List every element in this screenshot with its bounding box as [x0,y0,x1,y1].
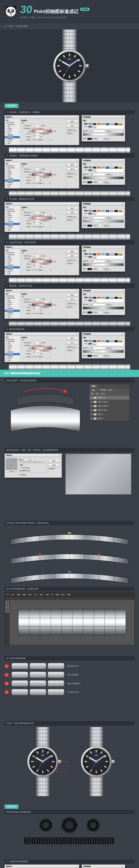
gradient-preset-swatch[interactable] [88,169,92,172]
zoom-in-button[interactable]: + [15,470,17,472]
opacity-value[interactable]: 100 [45,344,49,347]
style-list-item[interactable]: ☐ 图案叠加 [5,312,20,314]
style-checkbox[interactable]: ☐ [6,345,7,347]
style-checkbox[interactable]: ☐ [6,343,7,345]
close-icon[interactable]: × [121,247,124,248]
gradient-preset-swatch[interactable] [88,340,92,342]
opacity-slider[interactable] [32,172,44,172]
menu-item[interactable]: 帮助 [67,593,71,596]
angle-value[interactable]: 90 [35,309,39,312]
style-list-item[interactable]: ☐ 颜色叠加 [5,134,20,136]
stop-color-swatch[interactable] [87,181,92,183]
close-icon[interactable]: × [76,290,78,292]
tool-icon[interactable] [7,609,9,611]
gradient-preset-swatch[interactable] [119,166,122,169]
dialog-titlebar[interactable]: 渐变编辑器 × [82,116,125,119]
style-list-item[interactable]: ☐ 光泽 [5,349,20,351]
dialog-titlebar[interactable]: 图层样式 × [5,116,79,119]
gradient-preset-swatch[interactable] [119,297,122,299]
menu-item[interactable]: 图层 [28,593,32,596]
visibility-eye-icon[interactable] [91,401,92,403]
gradient-preset-swatch[interactable] [84,213,88,215]
style-checkbox[interactable]: ☐ [6,271,7,273]
gradient-style-select[interactable]: 线性 [32,133,40,135]
opacity-slider[interactable] [32,128,44,129]
delete-stop-button[interactable]: 删除(D) [104,311,110,314]
stop-location-value[interactable]: 0 [99,355,103,357]
gradient-preset-swatch[interactable] [101,210,105,212]
style-checkbox[interactable]: ☐ [6,130,7,132]
style-list-item[interactable]: ☐ 颜色叠加 [5,178,20,180]
opacity-value[interactable]: 100 [45,214,49,216]
style-checkbox[interactable]: ☐ [6,306,7,308]
dialog-titlebar[interactable]: 图层样式 × [5,159,79,162]
style-checkbox[interactable]: ☐ [6,347,7,349]
delete-stop-button[interactable]: 删除(D) [104,137,110,140]
gradient-swatch[interactable] [32,174,51,176]
new-style-button[interactable]: 新建样式(W)... [66,345,78,349]
angle-value[interactable]: 0 [35,136,39,138]
scale-value[interactable]: 100 [45,182,49,184]
gradient-preset-swatch[interactable] [84,297,88,299]
close-icon[interactable]: × [76,160,78,161]
style-list-item[interactable]: ☐ 斜面和浮雕 [5,254,20,256]
style-checkbox[interactable]: ☐ [6,351,7,353]
style-list-item[interactable]: ☐ 描边 [5,343,20,345]
preview-checkbox[interactable]: ☑预览(V) [66,132,78,134]
gradient-preset-swatch[interactable] [101,253,105,255]
style-list-item[interactable]: ☑ 渐变叠加 [5,136,20,138]
style-list-item[interactable]: ☐ 斜面和浮雕 [5,297,20,299]
reverse-checkbox[interactable]: ☐反向 [52,174,56,176]
style-checkbox[interactable]: ☐ [6,273,7,275]
dither-checkbox[interactable]: ☐仿色 [40,168,45,170]
scale-value[interactable]: 100 [45,225,49,228]
style-list-item[interactable]: ☑ 渐变叠加 [5,353,20,355]
gradient-preset-swatch[interactable] [88,343,92,345]
gradient-preset-swatch[interactable] [110,210,114,212]
gradient-preset-swatch[interactable] [110,297,114,299]
gradient-name-field[interactable]: 自定 [89,130,105,132]
layers-tab[interactable]: 图层 [89,384,98,389]
close-icon[interactable]: × [76,247,78,248]
opacity-value[interactable]: 100% [108,389,112,391]
scale-value[interactable]: 100 [45,269,49,271]
style-checkbox[interactable]: ☑ [6,310,7,312]
style-checkbox[interactable]: ☐ [6,312,7,314]
delete-stop-button[interactable]: 删除(D) [104,354,110,357]
scale-slider[interactable] [32,270,44,270]
style-checkbox[interactable]: ☐ [6,171,7,173]
scale-slider[interactable] [32,356,44,357]
style-list-item[interactable]: ☐ 外发光 [5,271,20,273]
style-list-item[interactable]: ☐ 图案叠加 [5,225,20,227]
ok-button[interactable]: 确定 [66,207,78,210]
opacity-value[interactable]: 100 [45,127,49,130]
style-checkbox[interactable]: ☐ [6,357,7,359]
angle-value[interactable]: 0 [35,179,39,181]
style-list-item[interactable]: ☐ 外发光 [5,314,20,316]
style-list-item[interactable]: ☐ 图案叠加 [5,138,20,140]
style-checkbox[interactable]: ☐ [6,359,7,362]
preview-checkbox[interactable]: ☑预览(V) [66,262,78,265]
style-checkbox[interactable]: ☐ [6,186,7,188]
gradient-swatch[interactable] [32,304,51,306]
author-link[interactable]: 每日更新一枚图标，http://www.zcool.com.cn/u/90730… [20,16,90,19]
stop-location-value[interactable]: 0 [99,311,103,313]
style-checkbox[interactable]: ☐ [6,262,7,264]
style-checkbox[interactable]: ☐ [6,227,7,229]
style-checkbox[interactable]: ☐ [6,126,7,128]
amount-value[interactable]: 10 [25,459,29,461]
align-checkbox[interactable]: ☑与图层对齐 [40,263,49,265]
style-list-item[interactable]: ☐ 内发光 [5,173,20,175]
style-checkbox[interactable]: ☐ [6,299,7,301]
gradient-swatch[interactable] [32,347,51,349]
new-gradient-button[interactable]: 新建(W) [106,216,113,219]
new-style-button[interactable]: 新建样式(W)... [66,128,78,132]
gradient-name-field[interactable]: 自定 [89,173,105,176]
blend-options-item[interactable]: 混合选项:默认 [5,165,20,167]
new-gradient-button[interactable]: 新建(W) [106,347,113,349]
scale-value[interactable]: 100 [45,312,49,315]
opacity-slider[interactable] [32,302,44,302]
style-checkbox[interactable]: ☐ [6,132,7,134]
gradient-style-select[interactable]: 线性 [32,350,40,352]
style-list-item[interactable]: ☐ 外发光 [5,184,20,186]
